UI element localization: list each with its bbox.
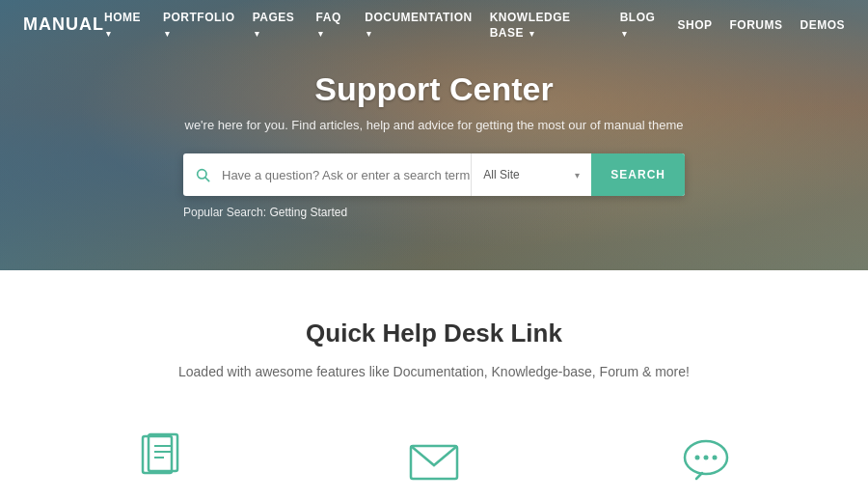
nav-blog[interactable]: BLOG ▾ — [620, 11, 656, 40]
section-title: Quick Help Desk Link — [19, 319, 849, 348]
nav-demos[interactable]: DEMOS — [800, 18, 845, 32]
nav-portfolio[interactable]: PORTFOLIO ▾ — [163, 11, 235, 40]
svg-rect-2 — [143, 436, 172, 473]
nav-shop[interactable]: SHOP — [677, 18, 712, 32]
hero-content: Support Center we're here for you. Find … — [0, 70, 868, 219]
search-icon — [195, 167, 210, 182]
svg-point-12 — [713, 456, 718, 460]
svg-point-10 — [695, 456, 700, 460]
popular-search-label: Popular Search: — [183, 206, 266, 219]
knowledge-base-icon — [130, 428, 198, 495]
hero-title: Support Center — [19, 70, 849, 108]
popular-search-term[interactable]: Getting Started — [269, 206, 347, 219]
search-filter-wrap: All Site Knowledge Base Forums ▾ — [471, 153, 591, 196]
nav-faq[interactable]: FAQ ▾ — [316, 11, 341, 40]
search-button[interactable]: SEARCH — [591, 153, 685, 196]
nav-documentation[interactable]: DOCUMENTATION ▾ — [365, 11, 472, 40]
svg-line-1 — [205, 178, 209, 181]
nav-home[interactable]: HOME ▾ — [104, 11, 141, 40]
nav-knowledge-base[interactable]: KNOWLEDGE BASE ▾ — [490, 11, 571, 40]
search-input[interactable] — [222, 156, 471, 194]
community-forum-card[interactable]: Community Forum No coding skills require… — [598, 428, 810, 500]
search-filter-select[interactable]: All Site Knowledge Base Forums — [483, 168, 584, 181]
main-content: Quick Help Desk Link Loaded with awesome… — [0, 270, 868, 500]
search-icon-wrapper — [183, 167, 222, 182]
nav-forums[interactable]: FORUMS — [729, 18, 782, 32]
knowledge-base-card[interactable]: Knowledge Base No coding skills required… — [58, 428, 270, 500]
search-bar: All Site Knowledge Base Forums ▾ SEARCH — [183, 153, 685, 196]
hero-subtitle: we're here for you. Find articles, help … — [19, 118, 849, 132]
site-logo[interactable]: MANUAL — [23, 14, 104, 35]
section-subtitle: Loaded with awesome features like Docume… — [19, 364, 849, 379]
popular-search: Popular Search: Getting Started — [183, 206, 685, 219]
nav-links: HOME ▾ PORTFOLIO ▾ PAGES ▾ FAQ ▾ DOCUMEN… — [104, 9, 845, 40]
navigation: MANUAL HOME ▾ PORTFOLIO ▾ PAGES ▾ FAQ ▾ … — [0, 0, 868, 48]
contact-us-icon — [400, 428, 468, 495]
nav-pages[interactable]: PAGES ▾ — [253, 11, 295, 40]
svg-point-11 — [704, 456, 709, 460]
cards-row: Knowledge Base No coding skills required… — [19, 428, 849, 500]
community-forum-icon — [670, 428, 738, 495]
contact-us-card[interactable]: Contact Us No coding skills required to … — [328, 428, 540, 500]
